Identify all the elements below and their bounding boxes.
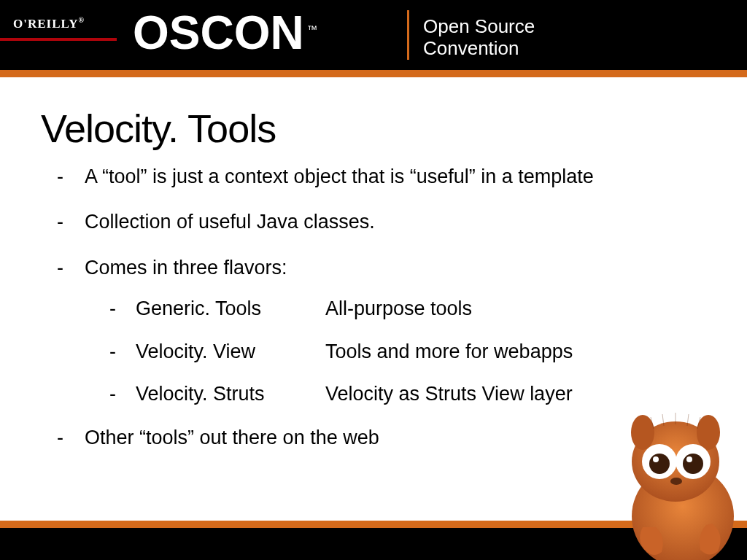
flavor-desc: Velocity as Struts View layer [325,382,699,405]
list-item: - Other “tools” out there on the web [57,426,699,449]
list-item: - Velocity. Struts Velocity as Struts Vi… [109,382,699,405]
slide-body: - A “tool” is just a context object that… [57,165,699,472]
registered-icon: ® [79,16,85,24]
bullet-text: Collection of useful Java classes. [85,210,699,233]
oscon-tagline: Open Source Convention [423,16,535,60]
bullet-dash-icon: - [109,340,136,363]
oreilly-red-rule [0,38,117,41]
bullet-text: Comes in three flavors: [85,256,699,279]
list-item: - Generic. Tools All-purpose tools [109,297,699,320]
list-item: - Comes in three flavors: [57,256,699,279]
flavor-name: Velocity. Struts [136,382,325,405]
flavor-desc: Tools and more for webapps [325,340,699,363]
bullet-dash-icon: - [57,256,85,279]
footer-bar [0,528,747,560]
slide-header: O'REILLY® OSCON™ Open Source Convention [0,0,747,77]
tagline-line1: Open Source [423,16,535,38]
oreilly-text: O'REILLY [13,17,79,31]
footer-accent-bar [0,521,747,528]
slide-title: Velocity. Tools [41,106,276,151]
bullet-dash-icon: - [57,165,85,188]
flavor-name: Generic. Tools [136,297,325,320]
svg-point-10 [670,478,682,485]
flavor-desc: All-purpose tools [325,297,699,320]
oscon-text: OSCON [133,7,304,59]
svg-point-3 [697,415,720,450]
bullet-dash-icon: - [57,426,85,449]
bullet-text: Other “tools” out there on the web [85,426,699,449]
oreilly-logo: O'REILLY® [13,16,85,31]
header-accent-bar [0,70,747,77]
list-item: - Velocity. View Tools and more for weba… [109,340,699,363]
list-item: - A “tool” is just a context object that… [57,165,699,188]
bullet-dash-icon: - [109,297,136,320]
header-separator [407,10,409,60]
bullet-text: A “tool” is just a context object that i… [85,165,699,188]
flavors-list: - Generic. Tools All-purpose tools - Vel… [109,297,699,405]
trademark-icon: ™ [307,23,317,35]
bullet-dash-icon: - [57,210,85,233]
list-item: - Collection of useful Java classes. [57,210,699,233]
bullet-dash-icon: - [109,382,136,405]
oscon-logo: OSCON™ [133,6,317,60]
tagline-line2: Convention [423,38,535,60]
flavor-name: Velocity. View [136,340,325,363]
